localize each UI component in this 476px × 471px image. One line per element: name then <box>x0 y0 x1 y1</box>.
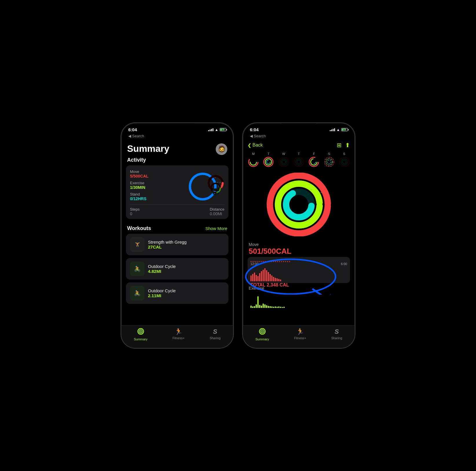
status-bar-2: 6:04 ▲ 51 <box>243 123 355 133</box>
workout-item-0[interactable]: 🏋️ Strength with Gregg 27CAL <box>126 234 228 255</box>
svg-point-37 <box>342 160 346 164</box>
tab-fitness-1[interactable]: 🏃 Fitness+ <box>173 328 185 341</box>
workout-thumb-2: 🚴 <box>130 286 144 300</box>
svg-point-51 <box>261 330 264 333</box>
tab-fitness-label-1: Fitness+ <box>173 336 185 340</box>
chart-bars <box>250 267 347 281</box>
tab-bar-1: Summary 🏃 Fitness+ S Sharing <box>121 325 233 348</box>
day-tuesday[interactable]: T <box>263 152 274 167</box>
tab-summary-2[interactable]: Summary <box>255 328 269 341</box>
svg-point-18 <box>250 159 257 165</box>
svg-point-52 <box>261 331 263 332</box>
week-nav: M T <box>243 151 355 170</box>
day-monday[interactable]: M <box>248 152 259 167</box>
fitness-tab-icon: 🏃 <box>175 328 182 335</box>
status-bar-1: 6:04 ▲ 51 <box>121 123 233 133</box>
time-1: 6:04 <box>128 127 137 132</box>
status-icons-2: ▲ 51 <box>330 128 348 132</box>
svg-text:↑: ↑ <box>310 188 312 191</box>
phone-1: 6:04 ▲ 51 ◀ Search Sum <box>121 123 234 348</box>
svg-text:→→: →→ <box>216 181 221 184</box>
svg-text:→: → <box>213 176 216 179</box>
activity-left: Move 5/500CAL Exercise 1/30MIN Stand 0/1… <box>130 169 187 203</box>
total-cal-value: TOTAL 2,348 CAL <box>250 282 347 288</box>
svg-text:↑: ↑ <box>218 185 219 188</box>
distance-stat: Distance 0.00MI <box>210 207 224 216</box>
svg-point-27 <box>296 159 302 165</box>
svg-text:→: → <box>325 197 329 201</box>
svg-point-30 <box>311 159 317 165</box>
nav-icons-2: ⊞ ⬆ <box>337 142 350 149</box>
tab-sharing-label-2: Sharing <box>331 336 342 340</box>
tab-sharing-1[interactable]: S Sharing <box>210 328 221 341</box>
battery-icon: 51 <box>220 128 226 131</box>
fitness-tab-icon-2: 🏃 <box>296 328 304 335</box>
svg-text:🚴: 🚴 <box>134 290 141 296</box>
svg-point-16 <box>140 331 141 332</box>
phone-2: 6:04 ▲ 51 ◀ Search ❮ Back <box>242 123 355 348</box>
move-chart: 12:00 6:00 <box>248 257 350 283</box>
workout-item-1[interactable]: 🚴 Outdoor Cycle 4.82MI <box>126 258 228 280</box>
activity-section-title: Activity <box>121 155 233 165</box>
time-2: 6:04 <box>250 127 259 132</box>
back-button-2[interactable]: ❮ Back <box>248 143 263 148</box>
activity-card: Move 5/500CAL Exercise 1/30MIN Stand 0/1… <box>126 165 228 219</box>
tab-summary-label-1: Summary <box>134 337 147 341</box>
day-thursday[interactable]: T <box>293 152 304 167</box>
workout-item-2[interactable]: 🚴 Outdoor Cycle 2.11MI <box>126 282 228 304</box>
move-section-2: Move 501/500CAL <box>243 239 355 257</box>
phone1-content: Summary 🧔 Activity Move 5/500CAL <box>121 140 233 333</box>
big-rings: → →→ ↑ <box>243 170 355 239</box>
svg-point-36 <box>341 159 347 165</box>
tab-fitness-2[interactable]: 🏃 Fitness+ <box>294 328 306 341</box>
tab-sharing-label-1: Sharing <box>210 336 221 340</box>
battery-icon-2: 51 <box>341 128 348 131</box>
phones-container: 6:04 ▲ 51 ◀ Search Sum <box>121 123 355 348</box>
tab-bar-2: Summary 🏃 Fitness+ S Sharing <box>243 325 355 348</box>
tab-summary-1[interactable]: Summary <box>134 328 147 341</box>
svg-point-22 <box>267 160 270 164</box>
chevron-left-icon: ❮ <box>248 143 251 148</box>
status-icons-1: ▲ 51 <box>208 128 226 132</box>
workout-thumb-0: 🏋️ <box>130 237 144 252</box>
nav-back-1[interactable]: ◀ Search <box>121 133 233 140</box>
show-more-btn[interactable]: Show More <box>205 226 227 231</box>
exercise-row: Exercise 1/30MIN <box>130 181 187 190</box>
summary-tab-icon <box>137 328 144 337</box>
wifi-icon: ▲ <box>215 128 218 132</box>
svg-point-25 <box>282 160 285 164</box>
day-saturday[interactable]: S <box>324 152 335 167</box>
svg-text:🚴: 🚴 <box>134 266 141 272</box>
signal-icon-2 <box>330 128 335 131</box>
svg-point-34 <box>327 160 331 164</box>
move-row: Move 5/500CAL <box>130 169 187 178</box>
move-value-2: 501/500CAL <box>249 247 349 256</box>
nav-back-2[interactable]: ◀ Search <box>243 133 355 140</box>
activity-rings-small: → →→ ↑ <box>187 172 224 201</box>
signal-icon <box>208 128 213 131</box>
workout-info-0: Strength with Gregg 27CAL <box>148 240 186 249</box>
workout-thumb-1: 🚴 <box>130 262 144 276</box>
share-icon[interactable]: ⬆ <box>345 142 350 149</box>
workout-info-2: Outdoor Cycle 2.11MI <box>148 288 176 298</box>
workouts-header: Workouts Show More <box>121 224 233 234</box>
svg-point-31 <box>312 160 316 164</box>
tab-fitness-label-2: Fitness+ <box>294 336 306 340</box>
svg-point-21 <box>265 159 272 165</box>
exercise-chart-bars <box>249 291 349 308</box>
workout-info-1: Outdoor Cycle 4.82MI <box>148 264 176 274</box>
chart-area: 12:00 6:00 <box>243 257 355 283</box>
steps-stat: Steps 0 <box>130 207 140 216</box>
calendar-icon[interactable]: ⊞ <box>337 142 342 149</box>
day-wednesday[interactable]: W <box>278 152 289 167</box>
day-friday[interactable]: F <box>308 152 319 167</box>
svg-point-24 <box>281 159 287 165</box>
svg-point-15 <box>139 330 142 333</box>
stand-row: Stand 0/12HRS <box>130 192 187 201</box>
chart-times: 12:00 6:00 <box>250 262 347 266</box>
svg-point-33 <box>326 159 332 165</box>
avatar-1[interactable]: 🧔 <box>216 143 227 155</box>
p2-nav: ❮ Back ⊞ ⬆ <box>243 140 355 151</box>
day-sunday[interactable]: S <box>339 152 350 167</box>
tab-sharing-2[interactable]: S Sharing <box>331 328 342 341</box>
